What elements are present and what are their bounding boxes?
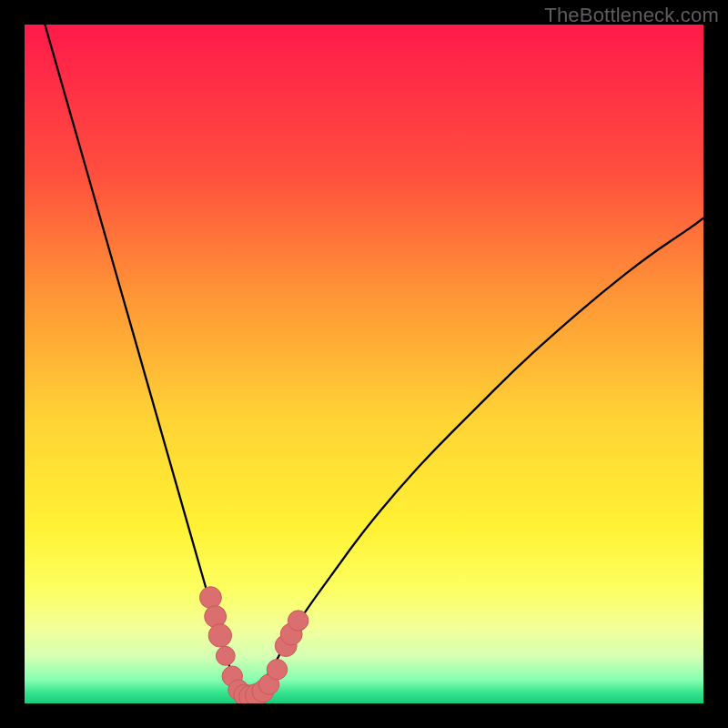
curve-marker xyxy=(288,611,308,631)
gradient-background xyxy=(25,25,703,703)
curve-marker xyxy=(267,660,287,680)
curve-marker xyxy=(216,646,235,665)
curve-marker xyxy=(208,624,231,647)
chart-frame: TheBottleneck.com xyxy=(0,0,728,728)
curve-marker xyxy=(199,587,221,609)
chart-svg xyxy=(25,25,703,703)
plot-area xyxy=(25,25,703,703)
